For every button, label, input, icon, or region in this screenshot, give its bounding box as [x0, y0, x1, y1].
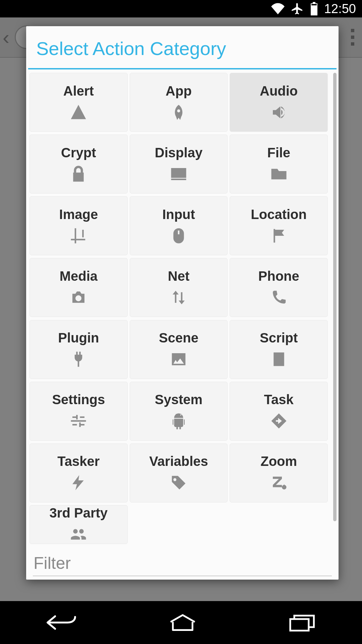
- category-label: App: [166, 84, 192, 99]
- rocket-icon: [170, 103, 188, 121]
- category-label: File: [267, 145, 290, 160]
- category-label: Alert: [63, 84, 94, 99]
- category-tile-input[interactable]: Input: [130, 196, 228, 255]
- nav-back-icon[interactable]: [45, 613, 77, 632]
- category-grid-wrap: AlertAppAudioCryptDisplayFileImageInputL…: [26, 73, 339, 545]
- battery-icon: [310, 2, 318, 15]
- category-tile-file[interactable]: File: [230, 135, 328, 194]
- sliders-icon: [69, 412, 87, 430]
- wifi-icon: [271, 3, 285, 14]
- scrollbar-thumb[interactable]: [333, 73, 337, 521]
- picture-icon: [170, 350, 188, 368]
- plug-icon: [69, 350, 87, 368]
- group-icon: [69, 525, 87, 543]
- doc-lines-icon: [270, 350, 288, 368]
- category-tile-alert[interactable]: Alert: [29, 73, 128, 132]
- status-bar: 12:50: [0, 0, 362, 17]
- category-tile-3rd-party[interactable]: 3rd Party: [29, 505, 128, 544]
- speaker-icon: [270, 103, 288, 121]
- category-label: Variables: [149, 454, 208, 469]
- category-label: Location: [251, 207, 307, 222]
- dialog-title: Select Action Category: [26, 26, 339, 68]
- nav-home-icon[interactable]: [168, 613, 197, 632]
- category-tile-task[interactable]: Task: [230, 382, 328, 441]
- mouse-icon: [170, 227, 188, 245]
- folder-icon: [270, 165, 288, 183]
- category-tile-plugin[interactable]: Plugin: [29, 320, 128, 379]
- category-label: Input: [162, 207, 195, 222]
- status-clock: 12:50: [324, 2, 356, 16]
- airplane-icon: [291, 2, 304, 15]
- filter-input[interactable]: [33, 552, 332, 576]
- warning-icon: [69, 103, 87, 121]
- category-label: 3rd Party: [50, 505, 108, 521]
- category-label: Script: [260, 330, 298, 345]
- camera-icon: [69, 288, 87, 307]
- category-tile-net[interactable]: Net: [130, 258, 228, 317]
- updown-icon: [170, 288, 188, 307]
- category-label: Settings: [52, 392, 105, 407]
- bolt-icon: [69, 474, 87, 492]
- android-navbar: [0, 601, 362, 644]
- phone-icon: [270, 288, 288, 307]
- category-tile-image[interactable]: Image: [29, 196, 128, 255]
- monitor-icon: [170, 165, 188, 183]
- category-tile-media[interactable]: Media: [29, 258, 128, 317]
- category-label: Net: [168, 269, 189, 284]
- category-tile-variables[interactable]: Variables: [130, 443, 228, 502]
- category-label: Tasker: [57, 454, 100, 469]
- category-tile-system[interactable]: System: [130, 382, 228, 441]
- action-category-dialog: Select Action Category AlertAppAudioCryp…: [26, 26, 339, 580]
- category-tile-phone[interactable]: Phone: [230, 258, 328, 317]
- category-label: Task: [264, 392, 294, 407]
- category-label: Audio: [260, 84, 298, 99]
- category-label: Scene: [159, 330, 198, 345]
- category-tile-settings[interactable]: Settings: [29, 382, 128, 441]
- category-tile-display[interactable]: Display: [130, 135, 228, 194]
- filter-row: [26, 545, 339, 580]
- category-tile-script[interactable]: Script: [230, 320, 328, 379]
- category-tile-scene[interactable]: Scene: [130, 320, 228, 379]
- category-label: Plugin: [58, 330, 99, 345]
- category-tile-crypt[interactable]: Crypt: [29, 135, 128, 194]
- category-label: Phone: [258, 269, 299, 284]
- category-tile-tasker[interactable]: Tasker: [29, 443, 128, 502]
- nav-recent-icon[interactable]: [288, 613, 317, 632]
- category-tile-location[interactable]: Location: [230, 196, 328, 255]
- lock-icon: [69, 165, 87, 183]
- android-icon: [170, 412, 188, 430]
- category-label: Crypt: [61, 145, 96, 160]
- tags-icon: [170, 474, 188, 492]
- category-label: Image: [59, 207, 98, 222]
- category-tile-audio[interactable]: Audio: [230, 73, 328, 132]
- category-tile-app[interactable]: App: [130, 73, 228, 132]
- category-label: Media: [60, 269, 98, 284]
- svg-rect-1: [290, 619, 309, 631]
- category-label: Zoom: [260, 454, 297, 469]
- category-grid[interactable]: AlertAppAudioCryptDisplayFileImageInputL…: [29, 73, 337, 545]
- svg-rect-0: [311, 5, 317, 15]
- title-divider: [28, 68, 337, 69]
- category-label: Display: [155, 145, 202, 160]
- diamond-turn-icon: [270, 412, 288, 430]
- z-gear-icon: [270, 474, 288, 492]
- flag-icon: [270, 227, 288, 245]
- crop-icon: [69, 227, 87, 245]
- category-tile-zoom[interactable]: Zoom: [230, 443, 328, 502]
- category-label: System: [155, 392, 202, 407]
